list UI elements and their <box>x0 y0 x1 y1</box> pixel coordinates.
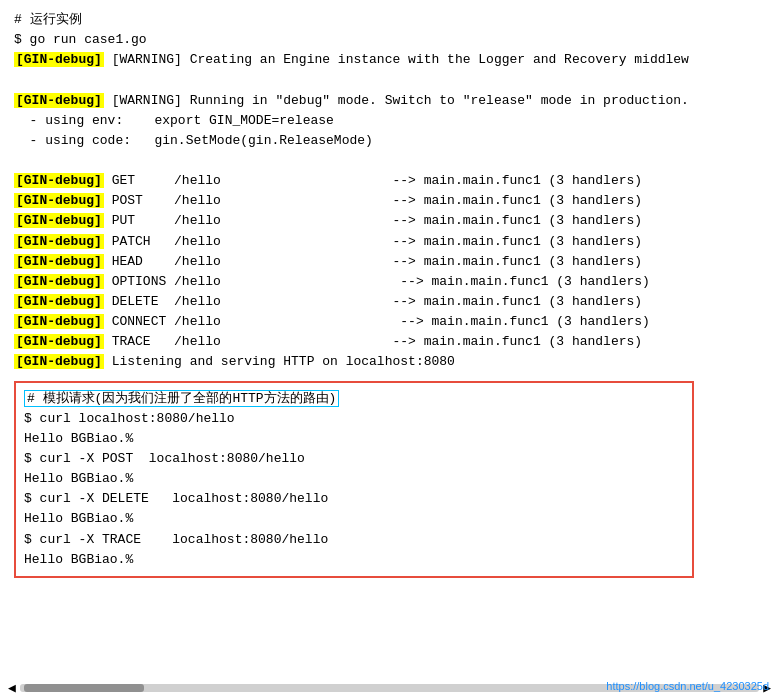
gin-badge-delete: [GIN-debug] <box>14 294 104 309</box>
gin-badge-put: [GIN-debug] <box>14 213 104 228</box>
gin-badge-head: [GIN-debug] <box>14 254 104 269</box>
hl-line-8: Hello BGBiao.% <box>24 550 684 570</box>
hl-line-1: $ curl localhost:8080/hello <box>24 409 684 429</box>
gin-badge-1: [GIN-debug] <box>14 52 104 67</box>
line-gin1: [GIN-debug] [WARNING] Creating an Engine… <box>14 50 765 70</box>
highlight-title-line: # 模拟请求(因为我们注册了全部的HTTP方法的路由) <box>24 389 684 409</box>
gin-text-get: GET /hello --> main.main.func1 (3 handle… <box>104 173 642 188</box>
line-listen: [GIN-debug] Listening and serving HTTP o… <box>14 352 765 372</box>
watermark: https://blog.csdn.net/u_4230325d <box>606 680 769 692</box>
line-code: - using code: gin.SetMode(gin.ReleaseMod… <box>14 131 765 151</box>
gin-text-put: PUT /hello --> main.main.func1 (3 handle… <box>104 213 642 228</box>
comment-heading: # 运行实例 <box>14 12 82 27</box>
gin-badge-options: [GIN-debug] <box>14 274 104 289</box>
hl-line-2: Hello BGBiao.% <box>24 429 684 449</box>
highlight-title-text: # 模拟请求(因为我们注册了全部的HTTP方法的路由) <box>24 390 339 407</box>
line-empty2 <box>14 151 765 171</box>
line-get: [GIN-debug] GET /hello --> main.main.fun… <box>14 171 765 191</box>
highlight-section: # 模拟请求(因为我们注册了全部的HTTP方法的路由) $ curl local… <box>14 381 694 578</box>
gin-badge-post: [GIN-debug] <box>14 193 104 208</box>
line-put: [GIN-debug] PUT /hello --> main.main.fun… <box>14 211 765 231</box>
gin-text-head: HEAD /hello --> main.main.func1 (3 handl… <box>104 254 642 269</box>
gin-badge-trace: [GIN-debug] <box>14 334 104 349</box>
gin-text-post: POST /hello --> main.main.func1 (3 handl… <box>104 193 642 208</box>
line-post: [GIN-debug] POST /hello --> main.main.fu… <box>14 191 765 211</box>
line-options: [GIN-debug] OPTIONS /hello --> main.main… <box>14 272 765 292</box>
gin-badge-patch: [GIN-debug] <box>14 234 104 249</box>
gin-text-2: [WARNING] Running in "debug" mode. Switc… <box>104 93 689 108</box>
gin-text-delete: DELETE /hello --> main.main.func1 (3 han… <box>104 294 642 309</box>
line-delete: [GIN-debug] DELETE /hello --> main.main.… <box>14 292 765 312</box>
gin-badge-get: [GIN-debug] <box>14 173 104 188</box>
gin-badge-listen: [GIN-debug] <box>14 354 104 369</box>
hl-line-6: Hello BGBiao.% <box>24 509 684 529</box>
gin-text-connect: CONNECT /hello --> main.main.func1 (3 ha… <box>104 314 650 329</box>
gin-text-patch: PATCH /hello --> main.main.func1 (3 hand… <box>104 234 642 249</box>
hl-line-7: $ curl -X TRACE localhost:8080/hello <box>24 530 684 550</box>
scroll-left-arrow[interactable]: ◀ <box>8 680 16 696</box>
gin-text-trace: TRACE /hello --> main.main.func1 (3 hand… <box>104 334 642 349</box>
terminal-window: # 运行实例 $ go run case1.go [GIN-debug] [WA… <box>0 0 779 700</box>
gin-text-1: [WARNING] Creating an Engine instance wi… <box>104 52 689 67</box>
hl-line-4: Hello BGBiao.% <box>24 469 684 489</box>
line-heading: # 运行实例 <box>14 10 765 30</box>
line-connect: [GIN-debug] CONNECT /hello --> main.main… <box>14 312 765 332</box>
gin-text-listen: Listening and serving HTTP on localhost:… <box>104 354 455 369</box>
cmd-text: $ go run case1.go <box>14 32 147 47</box>
line-gin2: [GIN-debug] [WARNING] Running in "debug"… <box>14 91 765 111</box>
line-head: [GIN-debug] HEAD /hello --> main.main.fu… <box>14 252 765 272</box>
line-trace: [GIN-debug] TRACE /hello --> main.main.f… <box>14 332 765 352</box>
hl-line-3: $ curl -X POST localhost:8080/hello <box>24 449 684 469</box>
line-cmd1: $ go run case1.go <box>14 30 765 50</box>
gin-text-options: OPTIONS /hello --> main.main.func1 (3 ha… <box>104 274 650 289</box>
line-env: - using env: export GIN_MODE=release <box>14 111 765 131</box>
line-patch: [GIN-debug] PATCH /hello --> main.main.f… <box>14 232 765 252</box>
scrollbar-thumb[interactable] <box>24 684 144 692</box>
line-empty1 <box>14 70 765 90</box>
gin-badge-connect: [GIN-debug] <box>14 314 104 329</box>
gin-badge-2: [GIN-debug] <box>14 93 104 108</box>
hl-line-5: $ curl -X DELETE localhost:8080/hello <box>24 489 684 509</box>
